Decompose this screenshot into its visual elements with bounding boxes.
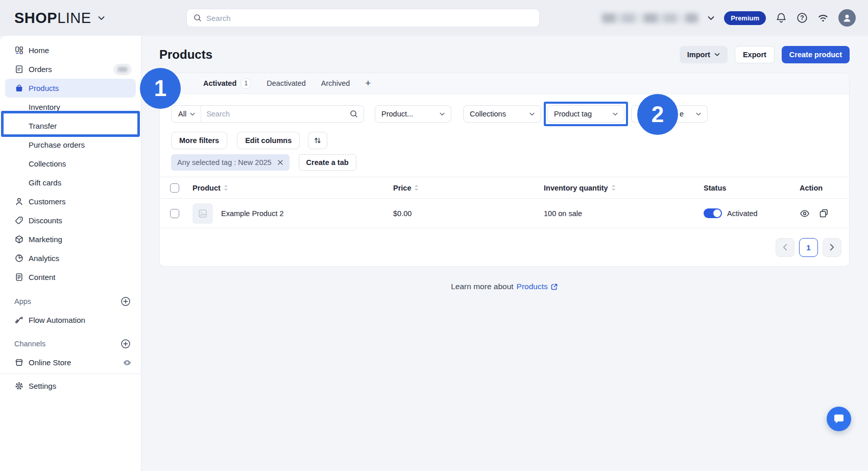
active-filters-row: Any selected tag : New 2025 Create a tab — [171, 154, 839, 171]
remove-filter-icon[interactable] — [277, 159, 283, 166]
tab-deactivated[interactable]: Deactivated — [267, 79, 306, 87]
next-page-button[interactable] — [823, 238, 841, 257]
product-name[interactable]: Example Product 2 — [221, 209, 284, 218]
global-search[interactable] — [186, 9, 540, 27]
settings-gear-icon — [14, 381, 24, 391]
chat-launcher-button[interactable] — [827, 407, 851, 431]
account-avatar[interactable] — [838, 9, 856, 27]
sidebar-item-collections[interactable]: Collections — [5, 154, 136, 173]
collections-dropdown-label: Collections — [470, 110, 506, 118]
apps-section-header: Apps — [5, 292, 136, 311]
action-cell — [800, 208, 849, 219]
previous-page-button[interactable] — [776, 238, 794, 257]
column-inventory[interactable]: Inventory quantity — [544, 184, 704, 192]
filter-chip[interactable]: Any selected tag : New 2025 — [171, 154, 290, 171]
sidebar-item-label: Customers — [29, 197, 66, 206]
logo-light: LINE — [57, 10, 91, 26]
sort-carets-icon[interactable] — [224, 184, 228, 191]
sidebar-item-label: Inventory — [29, 103, 60, 111]
sidebar-item-orders[interactable]: Orders — [5, 60, 136, 79]
row-checkbox[interactable] — [170, 209, 179, 218]
notification-bell-icon[interactable] — [776, 12, 787, 23]
sidebar-item-inventory[interactable]: Inventory — [5, 98, 136, 116]
network-status-icon[interactable] — [817, 12, 829, 23]
chevron-down-icon — [613, 112, 618, 116]
svg-text:?: ? — [800, 14, 804, 21]
create-tab-button[interactable]: Create a tab — [299, 154, 356, 171]
column-product-label: Product — [192, 184, 221, 192]
import-button[interactable]: Import — [680, 46, 728, 63]
search-scope-dropdown[interactable]: All — [172, 106, 201, 122]
status-toggle[interactable] — [704, 208, 722, 218]
search-scope-label: All — [178, 110, 186, 118]
sidebar-item-online-store[interactable]: Online Store — [5, 353, 136, 372]
sort-carets-icon[interactable] — [414, 184, 419, 191]
shopline-logo[interactable]: SHOPLINE — [14, 0, 105, 36]
sort-icon — [314, 136, 322, 145]
sidebar-item-analytics[interactable]: Analytics — [5, 249, 136, 268]
sidebar-item-marketing[interactable]: Marketing — [5, 230, 136, 249]
sidebar-item-home[interactable]: Home — [5, 41, 136, 60]
product-type-dropdown[interactable]: Product... — [375, 105, 451, 123]
learn-more-link[interactable]: Products — [517, 282, 558, 291]
edit-columns-button[interactable]: Edit columns — [237, 132, 300, 149]
sidebar-item-content[interactable]: Content — [5, 268, 136, 287]
page-actions: Import Export Create product — [680, 46, 850, 63]
sidebar-item-discounts[interactable]: Discounts — [5, 211, 136, 230]
page-number-button[interactable]: 1 — [799, 238, 818, 257]
chevron-down-icon — [190, 112, 195, 116]
premium-badge[interactable]: Premium — [724, 11, 766, 25]
column-action-label: Action — [800, 184, 823, 192]
store-switcher-chevron-icon[interactable] — [708, 16, 714, 20]
store-visibility-eye-icon[interactable] — [123, 358, 132, 367]
more-filters-button[interactable]: More filters — [171, 132, 227, 149]
products-card: Activated 1 Deactivated Archived + All — [159, 73, 850, 267]
tab-archived[interactable]: Archived — [321, 79, 350, 87]
column-price-label: Price — [393, 184, 411, 192]
sidebar-item-customers[interactable]: Customers — [5, 192, 136, 211]
obscured-filter-dropdown[interactable]: e — [631, 105, 708, 123]
logo-bold: SHOP — [14, 10, 57, 26]
sidebar-item-gift-cards[interactable]: Gift cards — [5, 173, 136, 192]
column-action: Action — [800, 184, 849, 192]
collections-dropdown[interactable]: Collections — [463, 105, 541, 123]
tab-activated[interactable]: Activated 1 — [203, 78, 251, 89]
more-filters-label: More filters — [179, 136, 219, 145]
export-button[interactable]: Export — [735, 46, 775, 63]
tab-archived-label: Archived — [321, 79, 350, 87]
learn-more-text: Learn more about — [451, 282, 513, 291]
add-app-icon[interactable] — [120, 296, 131, 307]
learn-more-link-label: Products — [517, 282, 548, 291]
create-product-button[interactable]: Create product — [782, 46, 850, 63]
product-tag-dropdown[interactable]: Product tag — [547, 105, 624, 123]
sort-carets-icon[interactable] — [611, 184, 616, 191]
search-icon — [350, 110, 358, 118]
product-cell[interactable]: Example Product 2 — [192, 203, 393, 224]
product-tag-dropdown-label: Product tag — [554, 110, 592, 118]
duplicate-icon[interactable] — [819, 208, 829, 218]
search-icon — [194, 14, 202, 22]
product-search-input[interactable] — [201, 110, 350, 118]
sidebar-item-label: Marketing — [29, 235, 62, 244]
sort-button[interactable] — [308, 132, 327, 149]
marketing-cube-icon — [14, 234, 24, 244]
sidebar-item-transfer[interactable]: Transfer — [5, 116, 136, 135]
content-doc-icon — [14, 272, 24, 282]
status-tabs: Activated 1 Deactivated Archived + — [160, 73, 849, 94]
sidebar-item-label: Products — [29, 84, 59, 92]
preview-eye-icon[interactable] — [800, 208, 810, 219]
product-type-dropdown-label: Product... — [381, 110, 413, 118]
sidebar-item-label: Content — [29, 273, 56, 281]
help-icon[interactable]: ? — [797, 12, 808, 23]
sidebar-item-purchase-orders[interactable]: Purchase orders — [5, 135, 136, 154]
sidebar-item-flow-automation[interactable]: Flow Automation — [5, 311, 136, 329]
column-product[interactable]: Product — [192, 184, 393, 192]
export-label: Export — [743, 51, 766, 59]
sidebar-item-products[interactable]: Products — [5, 79, 136, 98]
global-search-input[interactable] — [206, 14, 533, 22]
add-channel-icon[interactable] — [120, 339, 131, 349]
sidebar-item-settings[interactable]: Settings — [5, 376, 136, 395]
add-tab-button[interactable]: + — [365, 78, 371, 89]
column-price[interactable]: Price — [393, 184, 544, 192]
select-all-checkbox[interactable] — [170, 183, 179, 193]
